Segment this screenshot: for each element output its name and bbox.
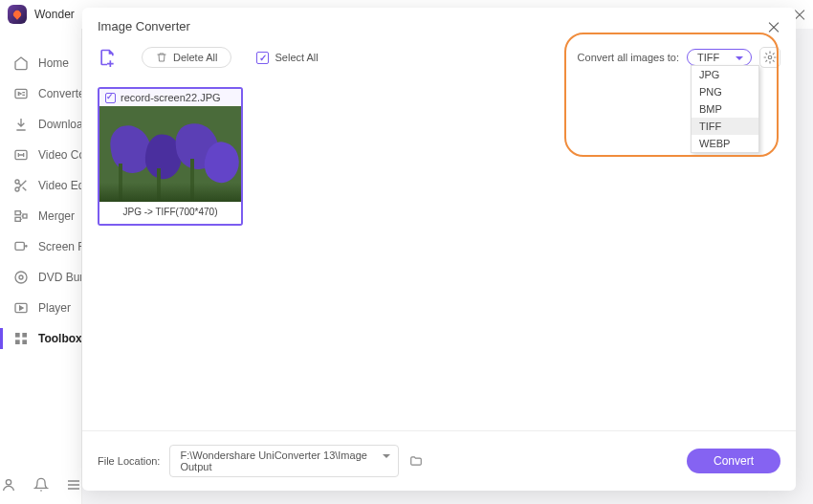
settings-button[interactable] (759, 47, 780, 68)
convert-button[interactable]: Convert (687, 449, 780, 473)
sidebar-item-merger[interactable]: Merger (0, 201, 81, 231)
file-location-select[interactable]: F:\Wondershare UniConverter 13\Image Out… (169, 445, 399, 477)
thumbnail-header: record-screen22.JPG (99, 89, 241, 106)
image-converter-modal: Image Converter Delete All Select All Co… (82, 8, 796, 491)
svg-rect-15 (15, 340, 20, 344)
sidebar: Home Converter Downloader Video Compress… (0, 29, 82, 504)
sidebar-item-compressor[interactable]: Video Compressor (0, 140, 81, 170)
home-icon (13, 55, 29, 71)
folder-icon[interactable] (408, 454, 424, 468)
svg-rect-7 (23, 214, 27, 218)
sidebar-item-converter[interactable]: Converter (0, 78, 81, 109)
menu-icon[interactable] (66, 477, 81, 493)
format-dropdown: JPG PNG BMP TIFF WEBP (691, 65, 759, 153)
dropdown-item-png[interactable]: PNG (692, 83, 758, 100)
user-icon[interactable] (1, 477, 16, 493)
sidebar-item-player[interactable]: Player (0, 293, 81, 323)
sidebar-item-editor[interactable]: Video Editor (0, 170, 81, 201)
sidebar-footer (0, 477, 81, 493)
thumbnail-filename: record-screen22.JPG (121, 92, 221, 103)
modal-header: Image Converter (82, 8, 796, 37)
svg-rect-6 (15, 217, 20, 221)
thumbnail-area: record-screen22.JPG JPG -> TIFF(700*470) (82, 77, 796, 430)
merge-icon (13, 208, 29, 224)
svg-point-9 (26, 246, 27, 247)
file-location-label: File Location: (98, 455, 160, 467)
svg-point-18 (768, 55, 772, 59)
sidebar-item-home[interactable]: Home (0, 48, 81, 78)
thumbnail-image (99, 106, 241, 202)
app-logo-icon (8, 5, 27, 24)
svg-point-4 (15, 187, 19, 191)
bell-icon[interactable] (33, 477, 49, 493)
play-icon (13, 300, 29, 316)
thumbnail-checkbox[interactable] (105, 93, 116, 103)
grid-icon (13, 331, 29, 346)
thumbnail-conversion-info: JPG -> TIFF(700*470) (99, 202, 241, 224)
trash-icon (156, 52, 167, 63)
sidebar-item-recorder[interactable]: Screen Recorder (0, 231, 81, 262)
svg-point-17 (6, 480, 11, 485)
format-select[interactable]: TIFF (687, 49, 752, 66)
convert-icon (13, 86, 29, 101)
checkbox-icon (256, 52, 269, 64)
add-file-icon[interactable] (98, 47, 117, 68)
gear-icon (763, 51, 777, 64)
delete-all-button[interactable]: Delete All (142, 47, 231, 68)
svg-rect-14 (22, 333, 27, 338)
dropdown-item-bmp[interactable]: BMP (692, 100, 758, 118)
sidebar-item-downloader[interactable]: Downloader (0, 109, 81, 140)
close-icon[interactable] (767, 20, 780, 33)
sidebar-item-dvd[interactable]: DVD Burner (0, 262, 81, 293)
svg-rect-8 (15, 242, 24, 250)
svg-rect-13 (15, 333, 20, 338)
svg-point-3 (15, 180, 19, 184)
svg-point-11 (19, 275, 23, 279)
disc-icon (13, 270, 29, 285)
svg-rect-5 (15, 211, 20, 215)
svg-rect-16 (22, 340, 27, 344)
app-name: Wonder (34, 8, 75, 21)
svg-point-10 (15, 272, 27, 283)
modal-footer: File Location: F:\Wondershare UniConvert… (82, 430, 796, 491)
convert-label: Convert all images to: (578, 52, 679, 63)
compress-icon (13, 147, 29, 163)
image-thumbnail[interactable]: record-screen22.JPG JPG -> TIFF(700*470) (98, 87, 243, 226)
dropdown-item-jpg[interactable]: JPG (692, 66, 758, 83)
sidebar-item-toolbox[interactable]: Toolbox (0, 323, 81, 354)
download-icon (13, 117, 29, 132)
scissors-icon (13, 178, 29, 193)
dropdown-item-webp[interactable]: WEBP (692, 135, 758, 152)
dropdown-item-tiff[interactable]: TIFF (692, 118, 758, 135)
toolbar: Delete All Select All Convert all images… (82, 37, 796, 77)
select-all-checkbox[interactable]: Select All (256, 52, 318, 64)
modal-title: Image Converter (98, 19, 190, 33)
record-icon (13, 239, 29, 254)
